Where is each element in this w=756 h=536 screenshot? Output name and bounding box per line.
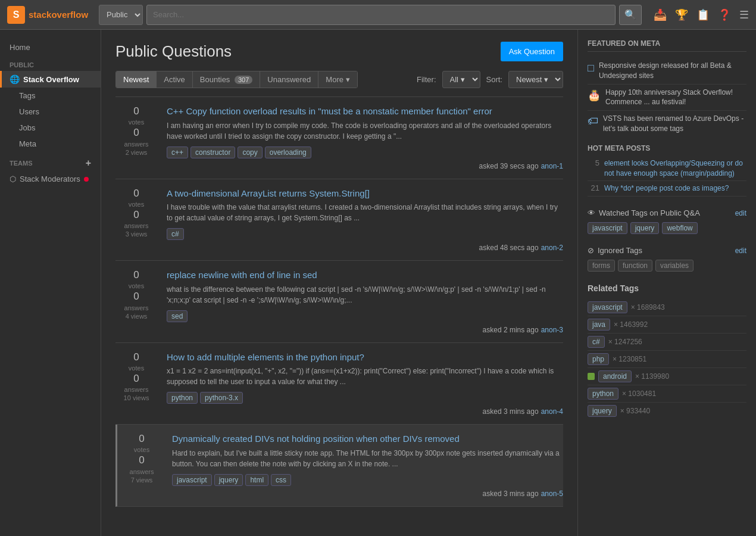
question-list: 0 votes 0 answers 2 views C++ Copy funct… (115, 96, 563, 507)
related-tags-title: Related Tags (588, 283, 746, 293)
sidebar-item-tags[interactable]: Tags (0, 88, 101, 104)
question-title[interactable]: replace newline with end of line in sed (167, 269, 563, 281)
no-icon: ⊘ (588, 246, 594, 255)
question-tags: javascriptjqueryhtmlcss (172, 474, 563, 486)
watched-tag[interactable]: javascript (588, 222, 627, 234)
related-tag-name[interactable]: php (588, 353, 609, 365)
featured-on-meta-title: FEATURED ON META (588, 39, 746, 52)
watched-tags-widget: 👁 Watched Tags on Public Q&A edit javasc… (588, 208, 746, 234)
tab-newest[interactable]: Newest (116, 71, 157, 88)
related-tag-name[interactable]: jquery (588, 405, 617, 417)
featured-item-text[interactable]: Responsive design released for all Beta … (599, 61, 746, 81)
sort-select[interactable]: Newest ▾ (508, 71, 563, 88)
trophy-icon[interactable]: 🏆 (675, 8, 688, 21)
featured-item-text[interactable]: Happy 10th anniversary Stack Overflow! C… (605, 88, 746, 108)
teams-add-icon[interactable]: + (86, 158, 91, 169)
tag[interactable]: python (167, 392, 198, 404)
related-tag-name[interactable]: android (598, 370, 632, 382)
question-user[interactable]: anon-3 (541, 326, 563, 334)
asked-time: asked 48 secs ago (479, 244, 539, 252)
question-item: 0 votes 0 answers 4 views replace newlin… (115, 261, 563, 343)
votes-label: votes (129, 201, 144, 208)
featured-on-meta-widget: FEATURED ON META □ Responsive design rel… (588, 39, 746, 197)
answers-label: answers (124, 304, 149, 311)
featured-item-text[interactable]: VSTS has been renamed to Azure DevOps - … (603, 114, 746, 134)
hot-meta-text[interactable]: element looks Overlapping/Squeezing or d… (604, 158, 746, 179)
question-title[interactable]: C++ Copy function overload results in "m… (167, 105, 563, 117)
vote-count: 0 (133, 269, 139, 281)
views-count: 2 views (126, 149, 148, 156)
tab-bounties[interactable]: Bounties 307 (193, 71, 261, 88)
tab-unanswered[interactable]: Unanswered (260, 71, 318, 88)
question-user[interactable]: anon-4 (541, 407, 563, 416)
filter-select[interactable]: All ▾ (442, 71, 480, 88)
logo[interactable]: S stackoverflow (7, 6, 88, 24)
question-excerpt: I have trouble with the value that array… (167, 202, 563, 223)
vote-count: 0 (133, 351, 139, 363)
related-tag-item: java × 1463992 (588, 316, 746, 334)
ignored-tag[interactable]: function (618, 260, 652, 272)
logo-icon: S (7, 6, 25, 24)
bounties-badge: 307 (235, 76, 252, 84)
watched-tag[interactable]: webflow (662, 222, 697, 234)
sidebar-item-stack-moderators[interactable]: ⬡ Stack Moderators (0, 171, 101, 187)
question-title[interactable]: Dynamically created DIVs not holding pos… (172, 433, 563, 445)
tag[interactable]: javascript (172, 474, 212, 486)
question-user[interactable]: anon-5 (541, 490, 563, 498)
tab-more[interactable]: More ▾ (318, 71, 357, 88)
search-input[interactable] (146, 5, 616, 25)
sidebar-item-home[interactable]: Home (0, 39, 101, 55)
answers-label: answers (124, 141, 149, 148)
question-user[interactable]: anon-2 (541, 244, 563, 252)
menu-icon[interactable]: ☰ (739, 8, 749, 21)
sidebar-item-users[interactable]: Users (0, 104, 101, 120)
related-tag-name[interactable]: python (588, 388, 618, 400)
tag[interactable]: sed (167, 310, 188, 322)
site-select[interactable]: Public (99, 5, 143, 25)
inbox-icon[interactable]: 📥 (654, 8, 667, 21)
tag[interactable]: copy (238, 147, 262, 158)
question-stats: 0 votes 0 answers 4 views (115, 269, 157, 334)
tag[interactable]: css (271, 474, 291, 486)
featured-item: 🏷 VSTS has been renamed to Azure DevOps … (588, 111, 746, 137)
question-title[interactable]: How to add multiple elements in the pyth… (167, 351, 563, 363)
related-tag-item: jquery × 933440 (588, 403, 746, 419)
nav-icons: 📥 🏆 📋 ❓ ☰ (654, 8, 749, 21)
related-tags-widget: Related Tags javascript × 1689843 java ×… (588, 283, 746, 419)
search-button[interactable]: 🔍 (619, 5, 642, 25)
answer-count: 0 (133, 291, 139, 303)
sidebar-item-stackoverflow[interactable]: 🌐 Stack Overflow (0, 71, 101, 88)
question-tags: c++constructorcopyoverloading (167, 147, 563, 158)
sidebar: Home PUBLIC 🌐 Stack Overflow Tags Users … (0, 30, 101, 536)
ignored-tags-edit[interactable]: edit (735, 247, 746, 255)
hot-meta-num: 5 (588, 158, 599, 167)
ask-question-button[interactable]: Ask Question (501, 42, 563, 61)
tag[interactable]: overloading (265, 147, 311, 158)
question-title[interactable]: A two-dimensional ArrayList returns Syst… (167, 188, 563, 200)
watched-tag[interactable]: jquery (630, 222, 660, 234)
sidebar-item-meta[interactable]: Meta (0, 136, 101, 152)
tag[interactable]: python-3.x (200, 392, 243, 404)
hot-meta-text[interactable]: Why *do* people post code as images? (604, 183, 729, 194)
tag[interactable]: html (245, 474, 268, 486)
question-user[interactable]: anon-1 (541, 162, 563, 170)
tag[interactable]: c++ (167, 147, 188, 158)
tag[interactable]: constructor (190, 147, 235, 158)
related-tag-name[interactable]: java (588, 319, 610, 331)
review-icon[interactable]: 📋 (696, 8, 710, 21)
related-tag-name[interactable]: javascript (588, 301, 627, 313)
related-tag-item: php × 1230851 (588, 351, 746, 368)
ignored-tag[interactable]: variables (655, 260, 693, 272)
right-sidebar: FEATURED ON META □ Responsive design rel… (577, 30, 756, 536)
ignored-tag[interactable]: forms (588, 260, 615, 272)
tag[interactable]: jquery (214, 474, 243, 486)
hot-meta-item: 21 Why *do* people post code as images? (588, 181, 746, 197)
related-tag-name[interactable]: c# (588, 336, 605, 348)
sidebar-item-jobs[interactable]: Jobs (0, 120, 101, 136)
tag[interactable]: c# (167, 228, 184, 240)
android-icon (588, 373, 595, 380)
tab-active[interactable]: Active (157, 71, 192, 88)
watched-tags-edit[interactable]: edit (735, 209, 746, 217)
help-icon[interactable]: ❓ (718, 8, 731, 21)
sort-label: Sort: (486, 75, 502, 84)
